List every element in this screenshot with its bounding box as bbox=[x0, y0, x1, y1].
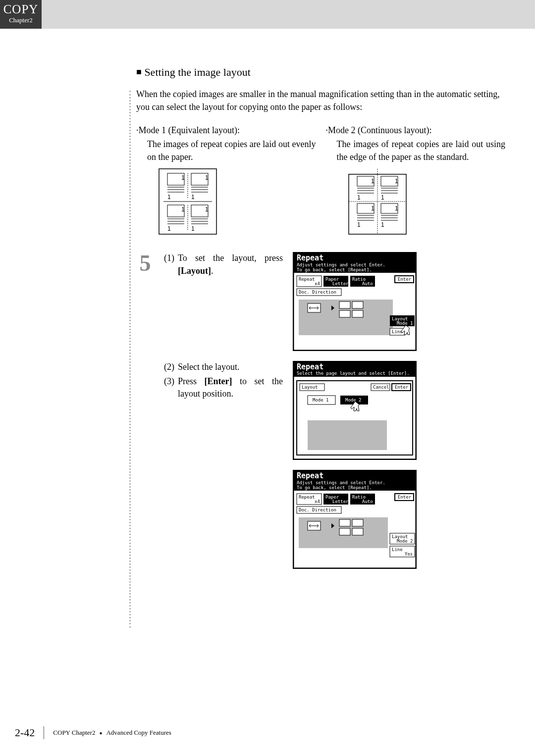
section-heading-text: Setting the image layout bbox=[144, 66, 250, 78]
svg-text:1: 1 bbox=[381, 221, 384, 228]
svg-text:To go back, select [Repeat].: To go back, select [Repeat]. bbox=[297, 267, 372, 272]
svg-text:Doc. Direction: Doc. Direction bbox=[299, 290, 336, 295]
svg-text:Mode 1: Mode 1 bbox=[313, 398, 329, 403]
mode1-heading: ·Mode 1 (Equivalent layout): bbox=[136, 125, 316, 136]
page-number: 2-42 bbox=[15, 726, 35, 739]
step5-sub1: (1) To set the layout, press [Layout]. bbox=[164, 252, 283, 278]
svg-text:Adjust settings and select Ent: Adjust settings and select Enter. bbox=[297, 262, 385, 267]
svg-text:1: 1 bbox=[167, 225, 171, 232]
svg-text:1: 1 bbox=[191, 225, 195, 232]
mode2-heading: ·Mode 2 (Continuous layout): bbox=[326, 125, 506, 136]
svg-text:Letter: Letter bbox=[332, 281, 349, 286]
svg-text:1: 1 bbox=[395, 178, 398, 185]
svg-rect-77 bbox=[352, 302, 363, 308]
substep-text: Select the layout. bbox=[178, 361, 283, 373]
square-bullet-icon: ■ bbox=[136, 67, 142, 77]
svg-rect-126 bbox=[352, 528, 363, 535]
svg-text:Repeat: Repeat bbox=[297, 253, 323, 262]
svg-text:1: 1 bbox=[205, 206, 209, 213]
svg-text:Line: Line bbox=[392, 329, 403, 334]
svg-text:Line: Line bbox=[392, 547, 403, 552]
substep-text: Press [Enter] to set the layout position… bbox=[178, 375, 283, 400]
svg-text:Enter: Enter bbox=[398, 277, 412, 282]
mode1-figure: 1 1 1 1 bbox=[159, 168, 223, 235]
svg-text:Adjust settings and select Ent: Adjust settings and select Enter. bbox=[297, 480, 385, 485]
svg-rect-76 bbox=[339, 302, 350, 308]
svg-text:1: 1 bbox=[395, 205, 398, 212]
chapter-tab-title: COPY bbox=[0, 2, 42, 16]
header-band: COPY Chapter2 bbox=[0, 0, 535, 29]
svg-text:Mode 2: Mode 2 bbox=[345, 398, 362, 403]
intro-paragraph: When the copied images are smaller in th… bbox=[136, 88, 505, 113]
svg-rect-78 bbox=[339, 310, 350, 317]
mode2-column: ·Mode 2 (Continuous layout): The images … bbox=[326, 125, 506, 235]
svg-text:Repeat: Repeat bbox=[297, 471, 323, 480]
substep-number: (1) bbox=[164, 252, 178, 277]
screenshot-3: Repeat Adjust settings and select Enter.… bbox=[293, 470, 417, 569]
svg-text:1: 1 bbox=[181, 206, 185, 213]
svg-text:Layout: Layout bbox=[302, 385, 318, 390]
svg-text:1: 1 bbox=[357, 221, 361, 228]
screenshot-2: Repeat Select the page layout and select… bbox=[293, 361, 417, 460]
svg-rect-79 bbox=[352, 310, 363, 317]
footer-section: Advanced Copy Features bbox=[106, 729, 171, 736]
footer-bullet-icon: ● bbox=[99, 730, 102, 736]
substep-text: To set the layout, press [Layout]. bbox=[178, 252, 283, 277]
svg-text:1: 1 bbox=[371, 178, 374, 185]
svg-rect-101 bbox=[308, 420, 387, 450]
step5-sub2-3: (2) Select the layout. (3) Press [Enter]… bbox=[164, 361, 283, 402]
svg-text:Cancel: Cancel bbox=[373, 385, 389, 390]
svg-text:1: 1 bbox=[181, 174, 185, 181]
svg-text:Mode 2: Mode 2 bbox=[397, 539, 413, 544]
svg-text:1: 1 bbox=[205, 174, 209, 181]
section-heading: ■ Setting the image layout bbox=[136, 66, 505, 79]
footer-chapter: COPY Chapter2 bbox=[53, 729, 95, 736]
substep-number: (3) bbox=[164, 375, 178, 400]
footer-divider bbox=[44, 726, 44, 739]
svg-text:Enter: Enter bbox=[395, 385, 409, 390]
mode2-description: The images of repeat copies are laid out… bbox=[326, 138, 506, 163]
screenshot-2-3-stack: Repeat Select the page layout and select… bbox=[293, 361, 417, 569]
svg-text:To go back, select [Repeat].: To go back, select [Repeat]. bbox=[297, 485, 372, 490]
svg-text:1: 1 bbox=[371, 205, 374, 212]
step-number-5: 5 bbox=[136, 252, 154, 275]
chapter-tab-subtitle: Chapter2 bbox=[0, 16, 42, 24]
svg-text:Yes: Yes bbox=[405, 552, 413, 556]
svg-rect-124 bbox=[352, 519, 363, 526]
svg-text:Repeat: Repeat bbox=[299, 495, 315, 500]
svg-text:Mode 1: Mode 1 bbox=[397, 321, 413, 326]
vertical-dotted-rule bbox=[129, 91, 131, 628]
svg-text:Auto: Auto bbox=[362, 281, 373, 286]
svg-text:Letter: Letter bbox=[332, 499, 349, 504]
svg-text:Auto: Auto bbox=[362, 499, 373, 504]
svg-text:Doc. Direction: Doc. Direction bbox=[299, 507, 336, 512]
svg-text:Select the page layout and sel: Select the page layout and select [Enter… bbox=[297, 371, 410, 376]
page-footer: 2-42 COPY Chapter2 ● Advanced Copy Featu… bbox=[15, 726, 510, 741]
svg-text:x4: x4 bbox=[315, 281, 320, 286]
mode1-description: The images of repeat copies are laid out… bbox=[136, 138, 316, 163]
svg-text:Repeat: Repeat bbox=[297, 362, 323, 371]
chapter-tab: COPY Chapter2 bbox=[0, 0, 42, 29]
svg-text:Repeat: Repeat bbox=[299, 277, 315, 282]
svg-text:Enter: Enter bbox=[398, 495, 412, 500]
screenshot-1: Repeat Adjust settings and select Enter.… bbox=[293, 252, 417, 351]
svg-text:1: 1 bbox=[167, 194, 171, 201]
svg-text:1: 1 bbox=[381, 194, 384, 201]
svg-text:x4: x4 bbox=[315, 499, 320, 504]
substep-number: (2) bbox=[164, 361, 178, 373]
svg-rect-123 bbox=[339, 519, 350, 526]
mode2-figure: 1 1 1 1 bbox=[348, 168, 413, 235]
svg-rect-125 bbox=[339, 528, 350, 535]
mode1-column: ·Mode 1 (Equivalent layout): The images … bbox=[136, 125, 316, 235]
svg-text:1: 1 bbox=[357, 194, 361, 201]
svg-text:1: 1 bbox=[191, 194, 195, 201]
